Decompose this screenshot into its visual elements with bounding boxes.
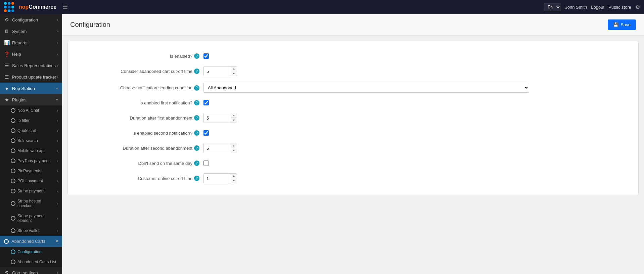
form-label-cutoff-time: Consider abandoned cart cut-off time ? xyxy=(76,68,203,74)
customer-online-cutoff-label: Customer online cut-off time xyxy=(138,176,192,181)
hamburger-icon[interactable]: ☰ xyxy=(62,3,68,11)
sidebar-sub-item-left: Abandoned Carts List xyxy=(11,260,56,264)
sidebar-item-left: ★ Plugins xyxy=(4,97,27,102)
sidebar-item-stripe-payment-element[interactable]: Stripe payment element ‹ xyxy=(0,211,62,226)
sidebar-item-product-update-tracker[interactable]: ☰ Product update tracker ‹ xyxy=(0,71,62,83)
circle-icon xyxy=(11,128,15,133)
sidebar-label-stripe-payment-element: Stripe payment element xyxy=(17,214,57,223)
sidebar-label-stripe-payment: Stripe payment xyxy=(17,189,45,193)
sidebar-sub-item-left: Configuration xyxy=(11,249,41,254)
sidebar-item-quote-cart[interactable]: Quote cart ‹ xyxy=(0,126,62,136)
sidebar-item-stripe-hosted-checkout[interactable]: Stripe hosted checkout ‹ xyxy=(0,196,62,211)
sidebar-item-core-settings[interactable]: ⚙ Core settings ‹ xyxy=(0,267,62,274)
is-enabled-first-help-icon[interactable]: ? xyxy=(194,100,199,105)
sidebar-item-nop-ai-chat[interactable]: Nop AI Chat ‹ xyxy=(0,105,62,116)
spinner-down-button[interactable]: ▼ xyxy=(231,118,237,123)
chevron-icon: ‹ xyxy=(57,52,58,56)
is-enabled-help-icon[interactable]: ? xyxy=(194,53,199,59)
is-enabled-first-checkbox[interactable] xyxy=(203,100,209,105)
spinner-down-button[interactable]: ▼ xyxy=(231,71,237,76)
form-row-duration-second: Duration after second abandonment ? ▲ ▼ xyxy=(68,140,638,156)
dont-send-same-day-label: Don't send on the same day xyxy=(138,161,192,166)
spinner-up-button[interactable]: ▲ xyxy=(231,66,237,71)
duration-second-help-icon[interactable]: ? xyxy=(194,145,199,151)
plugins-submenu: Nop AI Chat ‹ Ip filter ‹ Quote cart ‹ xyxy=(0,105,62,236)
sidebar-item-sales-reps[interactable]: ☰ Sales Representatives ‹ xyxy=(0,60,62,71)
sidebar-item-nop-station[interactable]: ● Nop Station ▾ xyxy=(0,83,62,94)
is-enabled-second-help-icon[interactable]: ? xyxy=(194,130,199,136)
duration-first-help-icon[interactable]: ? xyxy=(194,115,199,121)
sidebar-label-sales-reps: Sales Representatives xyxy=(12,63,56,68)
form-row-duration-first: Duration after first abandonment ? ▲ ▼ xyxy=(68,109,638,126)
duration-second-spinner: ▲ ▼ xyxy=(203,143,237,153)
sidebar-sub-item-left: Ip filter xyxy=(11,118,30,123)
spinner-up-button[interactable]: ▲ xyxy=(231,143,237,148)
sidebar-item-pinpayments[interactable]: PinPayments ‹ xyxy=(0,166,62,176)
logo-dot xyxy=(4,9,7,12)
topbar-left: nopCommerce ☰ xyxy=(4,2,68,12)
sidebar-sub-item-left: Stripe hosted checkout xyxy=(11,199,57,208)
dont-send-same-day-help-icon[interactable]: ? xyxy=(194,161,199,166)
save-button[interactable]: 💾 Save xyxy=(608,19,636,30)
chevron-icon: ‹ xyxy=(57,229,58,233)
logo-dot xyxy=(11,6,14,8)
sidebar-item-stripe-payment[interactable]: Stripe payment ‹ xyxy=(0,186,62,196)
spinner-down-button[interactable]: ▼ xyxy=(231,148,237,153)
sidebar-sub-item-left: Mobile web api xyxy=(11,148,44,153)
spinner-down-button[interactable]: ▼ xyxy=(231,178,237,183)
sidebar-item-system[interactable]: 🖥 System ‹ xyxy=(0,26,62,37)
notification-condition-select[interactable]: All Abandoned Not Notified Notified Once… xyxy=(203,83,529,93)
logout-link[interactable]: Logout xyxy=(591,5,604,10)
chevron-icon: ‹ xyxy=(57,119,58,123)
language-select[interactable]: EN FR DE xyxy=(544,3,561,11)
sidebar-label-abandoned-carts-list: Abandoned Carts List xyxy=(17,260,56,264)
sidebar-item-solr-search[interactable]: Solr search ‹ xyxy=(0,136,62,146)
logo-dots xyxy=(4,2,14,12)
notification-condition-label: Choose notification sending condition xyxy=(120,85,192,90)
cutoff-time-input[interactable] xyxy=(204,66,231,76)
sidebar-label-mobile-web-api: Mobile web api xyxy=(17,148,44,153)
sidebar-item-left: ⚙ Core settings xyxy=(4,270,38,274)
cutoff-time-help-icon[interactable]: ? xyxy=(194,68,199,74)
spinner-up-button[interactable]: ▲ xyxy=(231,113,237,118)
spinner-up-button[interactable]: ▲ xyxy=(231,174,237,178)
sidebar-item-paytabs[interactable]: PayTabs payment ‹ xyxy=(0,156,62,166)
duration-first-input[interactable] xyxy=(204,113,231,123)
form-row-customer-online-cutoff: Customer online cut-off time ? ▲ ▼ xyxy=(68,170,638,187)
sidebar-sub-item-left: PayTabs payment xyxy=(11,158,49,163)
sidebar-item-configuration[interactable]: ⚙ Configuration ‹ xyxy=(0,14,62,26)
sidebar-item-reports[interactable]: 📊 Reports ‹ xyxy=(0,37,62,48)
content-area: Configuration 💾 Save Is enabled? ? xyxy=(62,14,644,274)
sidebar-item-poli-payment[interactable]: POLi payment ‹ xyxy=(0,176,62,186)
sidebar-item-abandoned-carts-list[interactable]: Abandoned Carts List xyxy=(0,257,62,267)
sidebar-item-configuration-sub[interactable]: Configuration xyxy=(0,247,62,257)
sidebar-item-plugins[interactable]: ★ Plugins ▾ xyxy=(0,94,62,105)
is-enabled-second-checkbox[interactable] xyxy=(203,130,209,136)
spinner-buttons: ▲ ▼ xyxy=(231,66,237,76)
form-control-is-enabled-second xyxy=(203,130,630,136)
cutoff-time-spinner: ▲ ▼ xyxy=(203,66,237,76)
customer-online-cutoff-input[interactable] xyxy=(204,174,231,183)
form-row-cutoff-time: Consider abandoned cart cut-off time ? ▲… xyxy=(68,63,638,80)
save-icon: 💾 xyxy=(613,22,618,27)
circle-icon xyxy=(11,138,15,143)
duration-first-label: Duration after first abandonment xyxy=(130,116,192,121)
sidebar-item-abandoned-carts[interactable]: Abandoned Carts ▾ xyxy=(0,236,62,247)
customer-online-cutoff-help-icon[interactable]: ? xyxy=(194,176,199,181)
sidebar-item-mobile-web-api[interactable]: Mobile web api ‹ xyxy=(0,146,62,156)
public-store-link[interactable]: Public store xyxy=(608,5,631,10)
is-enabled-checkbox[interactable] xyxy=(203,53,209,59)
logo-name: nopCommerce xyxy=(19,4,56,10)
sidebar-item-help[interactable]: ❓ Help ‹ xyxy=(0,48,62,60)
sidebar-label-quote-cart: Quote cart xyxy=(17,128,36,133)
sidebar-item-ip-filter[interactable]: Ip filter ‹ xyxy=(0,116,62,126)
sidebar-item-stripe-wallet[interactable]: Stripe wallet ‹ xyxy=(0,226,62,236)
sidebar-label-ip-filter: Ip filter xyxy=(17,118,30,123)
duration-second-input[interactable] xyxy=(204,143,231,153)
dont-send-same-day-checkbox[interactable] xyxy=(203,161,209,166)
chevron-icon: ‹ xyxy=(57,29,58,33)
settings-icon[interactable]: ⚙ xyxy=(635,4,640,10)
notification-condition-help-icon[interactable]: ? xyxy=(194,85,199,91)
sidebar-item-left: ❓ Help xyxy=(4,51,21,57)
sidebar-label-stripe-wallet: Stripe wallet xyxy=(17,228,39,233)
